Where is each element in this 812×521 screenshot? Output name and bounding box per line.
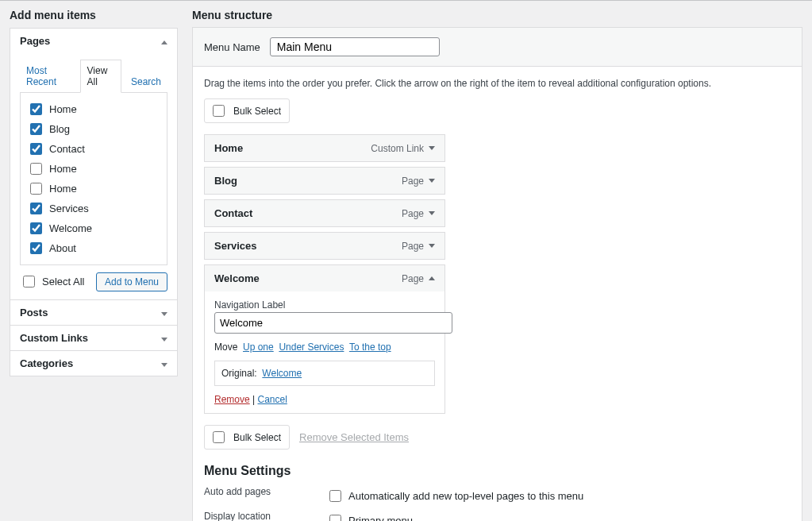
bulk-select-bottom[interactable]: Bulk Select — [204, 425, 290, 450]
page-item-3[interactable]: Home — [27, 159, 160, 179]
cancel-item-link[interactable]: Cancel — [257, 394, 287, 405]
tab-most-recent[interactable]: Most Recent — [20, 60, 77, 92]
original-box: Original: Welcome — [214, 361, 435, 386]
pages-title: Pages — [20, 35, 50, 47]
menu-item-blog: Blog Page — [204, 167, 445, 195]
page-checkbox[interactable] — [30, 222, 42, 234]
page-item-4[interactable]: Home — [27, 179, 160, 199]
menu-settings-heading: Menu Settings — [204, 464, 791, 478]
chevron-down-icon — [161, 357, 167, 369]
bulk-checkbox[interactable] — [213, 105, 225, 117]
menu-item-services: Services Page — [204, 232, 445, 260]
page-item-5[interactable]: Services — [27, 199, 160, 218]
location-primary[interactable]: Primary menu — [326, 511, 426, 521]
menu-item-bar[interactable]: Blog Page — [204, 167, 445, 195]
tab-search[interactable]: Search — [125, 71, 167, 92]
pages-accordion-header[interactable]: Pages — [10, 29, 177, 53]
menu-item-settings: Navigation Label Move Up one Under Servi… — [204, 291, 445, 414]
move-up-one[interactable]: Up one — [243, 342, 274, 353]
remove-item-link[interactable]: Remove — [214, 394, 250, 405]
sidebar-section-categories[interactable]: Categories — [10, 351, 178, 376]
chevron-down-icon[interactable] — [429, 179, 435, 183]
page-checkbox[interactable] — [30, 123, 42, 135]
bulk-checkbox[interactable] — [213, 431, 225, 443]
move-under-services[interactable]: Under Services — [279, 342, 344, 353]
page-checkbox[interactable] — [30, 242, 42, 254]
menu-item-bar[interactable]: Home Custom Link — [204, 134, 445, 162]
page-checkbox[interactable] — [30, 163, 42, 175]
move-to-top[interactable]: To the top — [349, 342, 391, 353]
chevron-down-icon[interactable] — [429, 146, 435, 150]
chevron-down-icon — [161, 332, 167, 344]
chevron-up-icon[interactable] — [429, 276, 435, 280]
display-location-label: Display location — [204, 511, 326, 521]
add-items-heading: Add menu items — [10, 9, 178, 21]
page-item-1[interactable]: Blog — [27, 119, 160, 139]
page-checkbox[interactable] — [30, 203, 42, 214]
select-all-checkbox[interactable] — [23, 276, 35, 288]
nav-label-label: Navigation Label — [214, 299, 435, 311]
tab-view-all[interactable]: View All — [80, 60, 121, 93]
custom-links-title: Custom Links — [20, 332, 88, 344]
chevron-down-icon[interactable] — [429, 211, 435, 215]
menu-name-label: Menu Name — [204, 41, 260, 53]
auto-add-label: Auto add pages — [204, 486, 326, 497]
page-item-6[interactable]: Welcome — [27, 218, 160, 238]
menu-item-welcome: Welcome Page Navigation Label Move Up on… — [204, 264, 445, 414]
menu-item-home: Home Custom Link — [204, 134, 445, 162]
menu-item-bar[interactable]: Contact Page — [204, 199, 445, 227]
bulk-select-top[interactable]: Bulk Select — [204, 98, 290, 123]
page-checkbox[interactable] — [30, 183, 42, 195]
original-link[interactable]: Welcome — [262, 368, 302, 379]
page-item-0[interactable]: Home — [27, 99, 160, 119]
sidebar-section-custom-links[interactable]: Custom Links — [10, 326, 178, 351]
page-checkbox[interactable] — [30, 143, 42, 155]
select-all[interactable]: Select All — [20, 272, 84, 291]
location-checkbox[interactable] — [329, 515, 341, 521]
menu-name-input[interactable] — [270, 37, 440, 56]
chevron-down-icon[interactable] — [429, 244, 435, 248]
sidebar-section-pages: Pages Most Recent View All Search Home B… — [10, 28, 178, 300]
menu-structure-heading: Menu structure — [192, 9, 802, 21]
pages-list: Home Blog Contact Home Home Services Wel… — [20, 92, 167, 265]
posts-title: Posts — [20, 307, 48, 318]
chevron-down-icon — [161, 307, 167, 318]
move-label: Move — [214, 342, 237, 353]
menu-item-bar[interactable]: Services Page — [204, 232, 445, 260]
nav-label-input[interactable] — [214, 312, 452, 334]
add-to-menu-button[interactable]: Add to Menu — [96, 272, 167, 291]
page-item-7[interactable]: About — [27, 238, 160, 258]
menu-item-bar[interactable]: Welcome Page — [204, 264, 445, 292]
page-checkbox[interactable] — [30, 103, 42, 115]
drag-hint: Drag the items into the order you prefer… — [204, 78, 791, 89]
page-item-2[interactable]: Contact — [27, 139, 160, 159]
chevron-up-icon — [161, 35, 167, 47]
menu-items-list: Home Custom Link Blog Page Contact — [204, 134, 791, 414]
sidebar-section-posts[interactable]: Posts — [10, 300, 178, 326]
menu-header: Menu Name — [193, 28, 802, 67]
menu-item-contact: Contact Page — [204, 199, 445, 227]
categories-title: Categories — [20, 357, 73, 369]
auto-add-option[interactable]: Automatically add new top-level pages to… — [326, 486, 583, 506]
remove-selected-link: Remove Selected Items — [299, 431, 409, 443]
auto-add-checkbox[interactable] — [329, 490, 341, 502]
